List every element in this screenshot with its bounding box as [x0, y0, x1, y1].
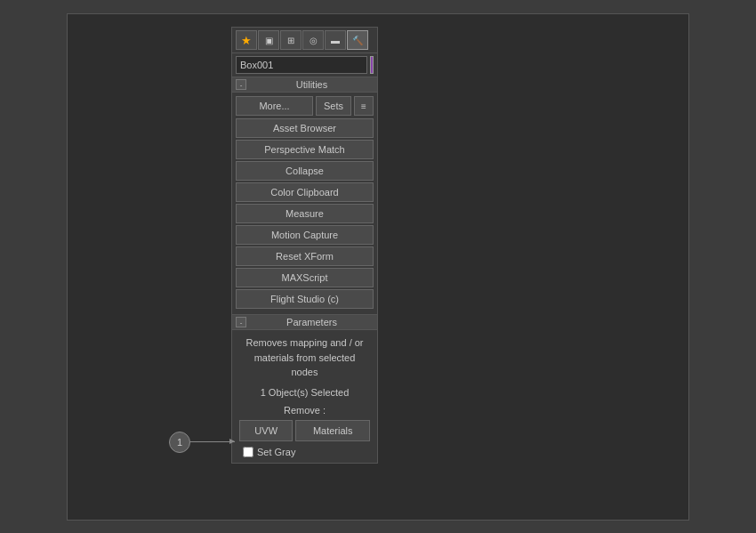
- motion-capture-button[interactable]: Motion Capture: [236, 225, 374, 245]
- arrow-indicator: [190, 441, 235, 442]
- desc-line1: Removes mapping and / or: [245, 337, 363, 348]
- more-button[interactable]: More...: [236, 96, 313, 116]
- object-icon: ⊞: [287, 36, 294, 45]
- params-collapse-icon: -: [240, 319, 243, 327]
- set-gray-checkbox[interactable]: [243, 447, 253, 457]
- parameters-content: Removes mapping and / or materials from …: [232, 330, 377, 463]
- asset-browser-button[interactable]: Asset Browser: [236, 118, 374, 138]
- frame-icon-btn[interactable]: ▣: [258, 30, 279, 50]
- desc-line2: materials from selected: [254, 352, 356, 363]
- measure-button[interactable]: Measure: [236, 204, 374, 223]
- utilities-panel: ★ ▣ ⊞ ◎ ▬ 🔨 - Utilities More... Sets: [231, 27, 378, 464]
- utilities-header: - Utilities: [232, 77, 377, 93]
- object-name-input[interactable]: [236, 56, 367, 74]
- sets-icon-btn[interactable]: ≡: [354, 96, 374, 116]
- display-icon-btn[interactable]: ▬: [325, 30, 346, 50]
- list-icon: ≡: [361, 101, 366, 111]
- object-icon-btn[interactable]: ⊞: [280, 30, 302, 50]
- selection-info: 1 Object(s) Selected: [239, 385, 370, 400]
- collapse-button[interactable]: Collapse: [236, 161, 374, 181]
- sets-button[interactable]: Sets: [316, 96, 351, 116]
- star-icon: ★: [241, 34, 252, 47]
- icon-toolbar: ★ ▣ ⊞ ◎ ▬ 🔨: [232, 28, 377, 53]
- display-icon: ▬: [331, 36, 340, 45]
- disk-icon-btn[interactable]: ◎: [302, 30, 324, 50]
- maxscript-button[interactable]: MAXScript: [236, 268, 374, 287]
- more-sets-row: More... Sets ≡: [236, 96, 374, 116]
- desc-line3: nodes: [292, 367, 318, 377]
- frame-icon: ▣: [265, 36, 273, 45]
- set-gray-row: Set Gray: [239, 447, 370, 457]
- materials-button[interactable]: Materials: [295, 420, 370, 441]
- color-clipboard-button[interactable]: Color Clipboard: [236, 182, 374, 202]
- star-icon-btn[interactable]: ★: [236, 30, 257, 50]
- color-swatch[interactable]: [370, 56, 374, 74]
- name-row: [232, 53, 377, 77]
- badge-number: 1: [177, 437, 182, 448]
- set-gray-label: Set Gray: [257, 447, 295, 457]
- parameters-description: Removes mapping and / or materials from …: [239, 335, 370, 380]
- perspective-match-button[interactable]: Perspective Match: [236, 140, 374, 159]
- uvw-button[interactable]: UVW: [239, 420, 293, 441]
- remove-buttons-row: UVW Materials: [239, 420, 370, 441]
- utilities-collapse-btn[interactable]: -: [236, 79, 246, 90]
- viewport-frame: [67, 13, 689, 521]
- number-badge: 1: [169, 432, 190, 453]
- flight-studio-button[interactable]: Flight Studio (c): [236, 289, 374, 309]
- utilities-title: Utilities: [250, 79, 374, 90]
- remove-label: Remove :: [239, 405, 370, 416]
- reset-xform-button[interactable]: Reset XForm: [236, 246, 374, 266]
- parameters-header: - Parameters: [232, 315, 377, 330]
- collapse-icon: -: [240, 81, 243, 89]
- parameters-title: Parameters: [250, 317, 374, 327]
- hammer-icon: 🔨: [352, 36, 363, 45]
- parameters-collapse-btn[interactable]: -: [236, 317, 246, 327]
- hammer-icon-btn[interactable]: 🔨: [347, 30, 368, 50]
- utilities-content: More... Sets ≡ Asset Browser Perspective…: [232, 93, 377, 315]
- disk-icon: ◎: [310, 36, 318, 45]
